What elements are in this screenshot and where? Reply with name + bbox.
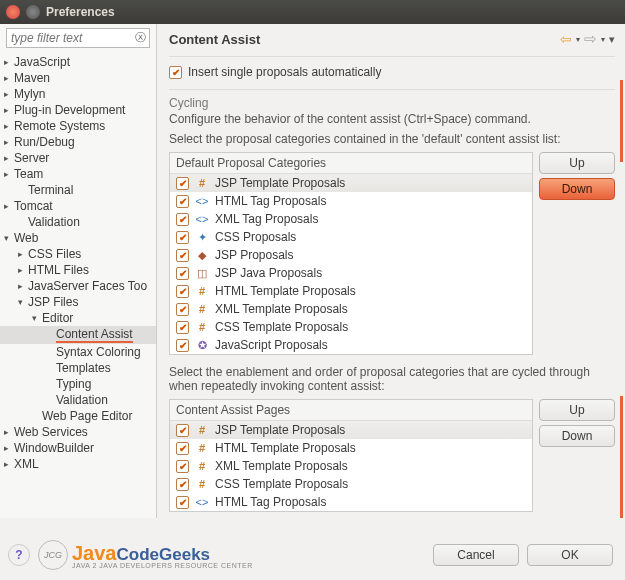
- expand-icon[interactable]: ▾: [18, 297, 28, 307]
- tree-item[interactable]: ▾Editor: [0, 310, 156, 326]
- checkbox-checked-icon[interactable]: ✔: [176, 303, 189, 316]
- nav-back-menu-icon[interactable]: ▾: [576, 35, 580, 44]
- expand-icon[interactable]: ▸: [18, 249, 28, 259]
- expand-icon[interactable]: ▾: [32, 313, 42, 323]
- proposal-row[interactable]: ✔#CSS Template Proposals: [170, 318, 532, 336]
- proposal-type-icon: <>: [195, 195, 209, 207]
- filter-input[interactable]: [6, 28, 150, 48]
- tree-item[interactable]: ▸CSS Files: [0, 246, 156, 262]
- tree-item-label: Run/Debug: [14, 135, 75, 149]
- expand-icon[interactable]: ▸: [18, 265, 28, 275]
- expand-icon[interactable]: ▸: [18, 281, 28, 291]
- expand-icon[interactable]: ▸: [4, 201, 14, 211]
- proposal-row[interactable]: ✔<>HTML Tag Proposals: [170, 493, 532, 511]
- checkbox-checked-icon[interactable]: ✔: [176, 195, 189, 208]
- proposal-row[interactable]: ✔<>XML Tag Proposals: [170, 210, 532, 228]
- default-proposals-header: Default Proposal Categories: [170, 153, 532, 174]
- ok-button[interactable]: OK: [527, 544, 613, 566]
- checkbox-checked-icon[interactable]: ✔: [169, 66, 182, 79]
- tree-item[interactable]: ▸Team: [0, 166, 156, 182]
- tree-item[interactable]: ▸JavaServer Faces Too: [0, 278, 156, 294]
- checkbox-checked-icon[interactable]: ✔: [176, 249, 189, 262]
- proposal-row[interactable]: ✔✪JavaScript Proposals: [170, 336, 532, 354]
- tree-item[interactable]: ▸Remote Systems: [0, 118, 156, 134]
- checkbox-checked-icon[interactable]: ✔: [176, 285, 189, 298]
- expand-icon[interactable]: ▸: [4, 105, 14, 115]
- expand-icon[interactable]: ▸: [4, 443, 14, 453]
- pages-table[interactable]: Content Assist Pages ✔#JSP Template Prop…: [169, 399, 533, 512]
- filter-clear-icon[interactable]: ⓧ: [135, 30, 146, 45]
- checkbox-checked-icon[interactable]: ✔: [176, 478, 189, 491]
- expand-icon[interactable]: ▸: [4, 121, 14, 131]
- expand-icon[interactable]: ▸: [4, 89, 14, 99]
- expand-icon[interactable]: ▸: [4, 57, 14, 67]
- proposal-row[interactable]: ✔<>HTML Tag Proposals: [170, 192, 532, 210]
- preference-tree[interactable]: ▸JavaScript▸Maven▸Mylyn▸Plug-in Developm…: [0, 52, 156, 518]
- expand-icon[interactable]: ▸: [4, 153, 14, 163]
- proposal-row[interactable]: ✔#HTML Template Proposals: [170, 282, 532, 300]
- tree-item[interactable]: Content Assist: [0, 326, 156, 344]
- tree-item[interactable]: Validation: [0, 392, 156, 408]
- proposal-row[interactable]: ✔#JSP Template Proposals: [170, 174, 532, 192]
- checkbox-checked-icon[interactable]: ✔: [176, 267, 189, 280]
- cycling-description: Configure the behavior of the content as…: [169, 112, 615, 126]
- tree-item[interactable]: Terminal: [0, 182, 156, 198]
- nav-forward-menu-icon[interactable]: ▾: [601, 35, 605, 44]
- proposal-row[interactable]: ✔#JSP Template Proposals: [170, 421, 532, 439]
- expand-icon[interactable]: ▸: [4, 459, 14, 469]
- tree-item[interactable]: ▸Run/Debug: [0, 134, 156, 150]
- tree-item[interactable]: ▸Plug-in Development: [0, 102, 156, 118]
- tree-item[interactable]: ▸Tomcat: [0, 198, 156, 214]
- checkbox-checked-icon[interactable]: ✔: [176, 442, 189, 455]
- pages-down-button[interactable]: Down: [539, 425, 615, 447]
- tree-item[interactable]: Web Page Editor: [0, 408, 156, 424]
- tree-item[interactable]: ▾JSP Files: [0, 294, 156, 310]
- expand-icon[interactable]: ▸: [4, 427, 14, 437]
- tree-item[interactable]: Syntax Coloring: [0, 344, 156, 360]
- proposal-type-icon: <>: [195, 496, 209, 508]
- default-proposals-table[interactable]: Default Proposal Categories ✔#JSP Templa…: [169, 152, 533, 355]
- default-down-button[interactable]: Down: [539, 178, 615, 200]
- proposal-row[interactable]: ✔#XML Template Proposals: [170, 300, 532, 318]
- tree-item[interactable]: ▸WindowBuilder: [0, 440, 156, 456]
- proposal-row[interactable]: ✔◫JSP Java Proposals: [170, 264, 532, 282]
- proposal-row[interactable]: ✔✦CSS Proposals: [170, 228, 532, 246]
- tree-item[interactable]: Validation: [0, 214, 156, 230]
- default-up-button[interactable]: Up: [539, 152, 615, 174]
- insert-auto-row[interactable]: ✔ Insert single proposals automatically: [169, 65, 615, 79]
- tree-item[interactable]: ▸Maven: [0, 70, 156, 86]
- tree-item[interactable]: ▸Web Services: [0, 424, 156, 440]
- proposal-row[interactable]: ✔#HTML Template Proposals: [170, 439, 532, 457]
- window-minimize-button[interactable]: [26, 5, 40, 19]
- checkbox-checked-icon[interactable]: ✔: [176, 339, 189, 352]
- proposal-row[interactable]: ✔◆JSP Proposals: [170, 246, 532, 264]
- checkbox-checked-icon[interactable]: ✔: [176, 496, 189, 509]
- checkbox-checked-icon[interactable]: ✔: [176, 321, 189, 334]
- help-button[interactable]: ?: [8, 544, 30, 566]
- checkbox-checked-icon[interactable]: ✔: [176, 213, 189, 226]
- nav-back-icon[interactable]: ⇦: [560, 31, 572, 47]
- cancel-button[interactable]: Cancel: [433, 544, 519, 566]
- expand-icon[interactable]: ▾: [4, 233, 14, 243]
- checkbox-checked-icon[interactable]: ✔: [176, 460, 189, 473]
- tree-item[interactable]: ▸Mylyn: [0, 86, 156, 102]
- tree-item[interactable]: ▾Web: [0, 230, 156, 246]
- checkbox-checked-icon[interactable]: ✔: [176, 231, 189, 244]
- nav-forward-icon[interactable]: ⇨: [584, 30, 597, 48]
- expand-icon[interactable]: ▸: [4, 73, 14, 83]
- tree-item[interactable]: ▸JavaScript: [0, 54, 156, 70]
- tree-item[interactable]: Typing: [0, 376, 156, 392]
- tree-item[interactable]: Templates: [0, 360, 156, 376]
- checkbox-checked-icon[interactable]: ✔: [176, 177, 189, 190]
- checkbox-checked-icon[interactable]: ✔: [176, 424, 189, 437]
- pages-up-button[interactable]: Up: [539, 399, 615, 421]
- tree-item[interactable]: ▸XML: [0, 456, 156, 472]
- tree-item[interactable]: ▸Server: [0, 150, 156, 166]
- proposal-row[interactable]: ✔#XML Template Proposals: [170, 457, 532, 475]
- tree-item[interactable]: ▸HTML Files: [0, 262, 156, 278]
- window-close-button[interactable]: [6, 5, 20, 19]
- proposal-row[interactable]: ✔#CSS Template Proposals: [170, 475, 532, 493]
- view-menu-icon[interactable]: ▾: [609, 33, 615, 46]
- expand-icon[interactable]: ▸: [4, 169, 14, 179]
- expand-icon[interactable]: ▸: [4, 137, 14, 147]
